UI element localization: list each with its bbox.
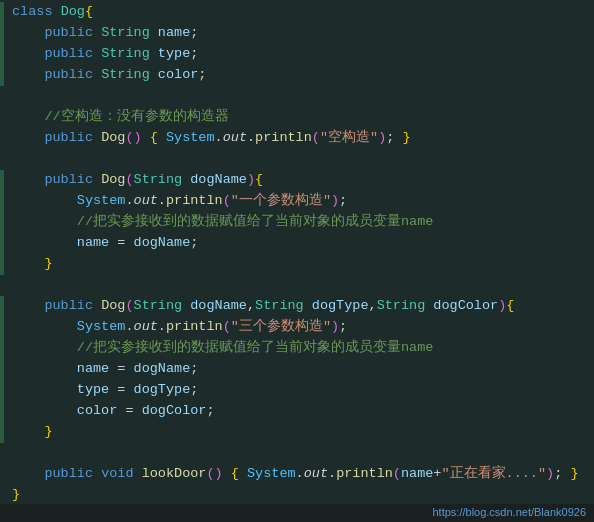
status-url: https://blog.csdn.net/Blank0926 [433, 504, 587, 521]
line-text: } [4, 485, 594, 504]
code-editor: class Dog{ public String name; public St… [0, 0, 594, 504]
line-text: System.out.println("一个参数构造"); [4, 191, 594, 212]
code-line-4: public String color; [0, 65, 594, 86]
line-text: name = dogName; [4, 359, 594, 380]
line-border [0, 275, 4, 296]
line-text: public Dog() { System.out.println("空构造")… [4, 128, 594, 149]
line-text: public String color; [4, 65, 594, 86]
line-text: //把实参接收到的数据赋值给了当前对象的成员变量name [4, 338, 594, 359]
code-line-6: //空构造：没有参数的构造器 [0, 107, 594, 128]
line-text: class Dog{ [4, 2, 594, 23]
line-text: public Dog(String dogName,String dogType… [4, 296, 594, 317]
code-line-21: } [0, 422, 594, 443]
line-border [0, 149, 4, 170]
code-line-16: System.out.println("三个参数构造"); [0, 317, 594, 338]
code-line-19: type = dogType; [0, 380, 594, 401]
line-border [0, 86, 4, 107]
code-line-5 [0, 86, 594, 107]
line-text: public String type; [4, 44, 594, 65]
line-text: public void lookDoor() { System.out.prin… [4, 464, 594, 485]
status-bar: https://blog.csdn.net/Blank0926 [0, 504, 594, 522]
code-line-20: color = dogColor; [0, 401, 594, 422]
code-line-1: class Dog{ [0, 2, 594, 23]
line-text: } [4, 422, 594, 443]
code-line-12: name = dogName; [0, 233, 594, 254]
code-line-13: } [0, 254, 594, 275]
code-line-9: public Dog(String dogName){ [0, 170, 594, 191]
code-line-7: public Dog() { System.out.println("空构造")… [0, 128, 594, 149]
line-text: System.out.println("三个参数构造"); [4, 317, 594, 338]
code-line-10: System.out.println("一个参数构造"); [0, 191, 594, 212]
line-text: //空构造：没有参数的构造器 [4, 107, 594, 128]
code-line-23: public void lookDoor() { System.out.prin… [0, 464, 594, 485]
line-text: } [4, 254, 594, 275]
code-line-22 [0, 443, 594, 464]
code-line-14 [0, 275, 594, 296]
line-text: public Dog(String dogName){ [4, 170, 594, 191]
line-text: name = dogName; [4, 233, 594, 254]
code-line-24: } [0, 485, 594, 504]
code-line-11: //把实参接收到的数据赋值给了当前对象的成员变量name [0, 212, 594, 233]
code-line-2: public String name; [0, 23, 594, 44]
line-text: type = dogType; [4, 380, 594, 401]
line-text: //把实参接收到的数据赋值给了当前对象的成员变量name [4, 212, 594, 233]
code-line-3: public String type; [0, 44, 594, 65]
code-line-17: //把实参接收到的数据赋值给了当前对象的成员变量name [0, 338, 594, 359]
code-line-8 [0, 149, 594, 170]
code-line-15: public Dog(String dogName,String dogType… [0, 296, 594, 317]
line-text: public String name; [4, 23, 594, 44]
line-text: color = dogColor; [4, 401, 594, 422]
line-border [0, 443, 4, 464]
code-line-18: name = dogName; [0, 359, 594, 380]
